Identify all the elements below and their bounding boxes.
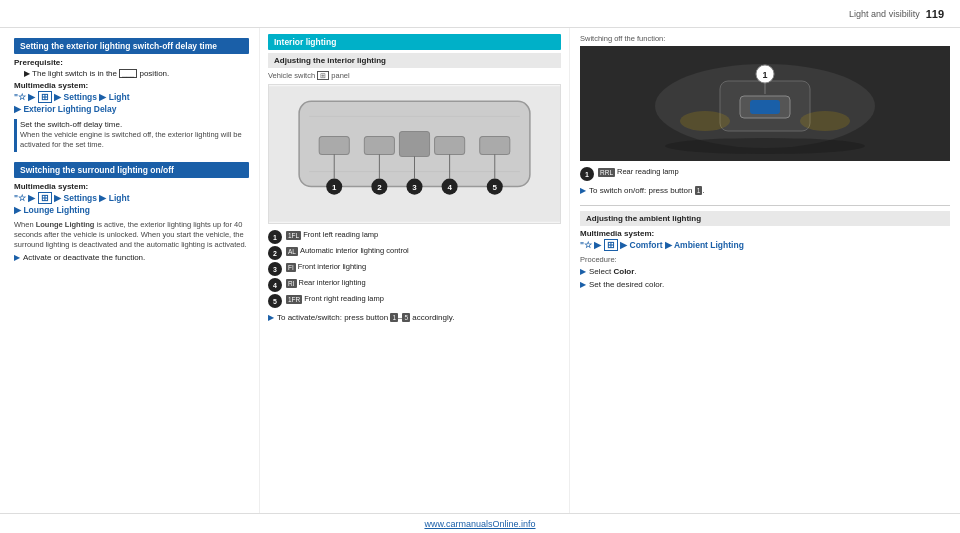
svg-point-34 bbox=[800, 111, 850, 131]
ambient-step-1: ▶ Select Color. bbox=[580, 266, 950, 277]
svg-rect-2 bbox=[319, 136, 349, 154]
arrow-icon: ▶ bbox=[14, 253, 20, 262]
section-exterior-lighting: Setting the exterior lighting switch-off… bbox=[14, 38, 249, 154]
note-text: When the vehicle engine is switched off,… bbox=[20, 130, 249, 150]
step1-text: Set the switch-off delay time. bbox=[20, 119, 249, 130]
prereq-text: ▶ The light switch is in the ⎯⎯⎯ positio… bbox=[14, 69, 249, 78]
svg-rect-4 bbox=[399, 131, 429, 156]
rear-lighting-photo: 1 bbox=[580, 46, 950, 161]
legend-number-5: 5 bbox=[268, 294, 282, 308]
svg-text:3: 3 bbox=[412, 183, 417, 192]
step-instruction: ▶ To activate/switch: press button 1–5 a… bbox=[268, 312, 561, 325]
svg-rect-6 bbox=[480, 136, 510, 154]
ambient-lighting-section: Adjusting the ambient lighting Multimedi… bbox=[580, 211, 950, 292]
multimedia-instruction2: "☆ ▶ ⊞ ▶ Settings ▶ Light▶ Lounge Lighti… bbox=[14, 193, 249, 217]
ambient-step-1-text: Select Color. bbox=[589, 266, 637, 277]
section2-title: Switching the surround lighting on/off bbox=[14, 162, 249, 178]
main-content: Setting the exterior lighting switch-off… bbox=[0, 28, 960, 513]
multimedia-label2: Multimedia system: bbox=[14, 182, 249, 191]
ambient-step-2-text: Set the desired color. bbox=[589, 279, 664, 290]
legend-text-3: FI Front interior lighting bbox=[286, 262, 366, 273]
header: Light and visibility 119 bbox=[0, 0, 960, 28]
right-arrow-icon: ▶ bbox=[580, 186, 586, 195]
legend-text-2: AL Automatic interior lighting control bbox=[286, 246, 409, 257]
legend-item-5: 5 1FR Front right reading lamp bbox=[268, 294, 561, 308]
prereq-label: Prerequisite: bbox=[14, 58, 249, 67]
sub-title: Adjusting the interior lighting bbox=[268, 53, 561, 68]
ambient-instruction: "☆ ▶ ⊞ ▶ Comfort ▶ Ambient Lighting bbox=[580, 240, 950, 252]
section2-step-text: Activate or deactivate the function. bbox=[23, 252, 145, 263]
svg-rect-28 bbox=[750, 100, 780, 114]
section-surround-lighting: Switching the surround lighting on/off M… bbox=[14, 162, 249, 265]
legend-item-3: 3 FI Front interior lighting bbox=[268, 262, 561, 276]
svg-text:5: 5 bbox=[493, 183, 498, 192]
right-legend-text: RRL Rear reading lamp bbox=[598, 167, 679, 178]
legend-number-3: 3 bbox=[268, 262, 282, 276]
legend-text-1: 1FL Front left reading lamp bbox=[286, 230, 378, 241]
ambient-steps-label: Procedure: bbox=[580, 255, 950, 264]
multimedia-text: Vehicle switch ⊞ panel bbox=[268, 71, 561, 80]
footer: www.carmanualsOnline.info bbox=[0, 513, 960, 533]
multimedia-label1: Multimedia system: bbox=[14, 81, 249, 90]
middle-step: ▶ To activate/switch: press button 1–5 a… bbox=[268, 312, 561, 323]
right-legend-item: 1 RRL Rear reading lamp bbox=[580, 167, 950, 181]
right-prereq-label: Switching off the function: bbox=[580, 34, 950, 43]
section2-step: ▶ Activate or deactivate the function. bbox=[14, 252, 249, 263]
legend-number-1: 1 bbox=[268, 230, 282, 244]
main-title: Interior lighting bbox=[268, 34, 561, 50]
svg-text:1: 1 bbox=[762, 70, 767, 80]
footer-url[interactable]: www.carmanualsOnline.info bbox=[424, 519, 535, 529]
svg-rect-3 bbox=[364, 136, 394, 154]
svg-text:1: 1 bbox=[332, 183, 337, 192]
legend-text-5: 1FR Front right reading lamp bbox=[286, 294, 384, 305]
svg-point-33 bbox=[680, 111, 730, 131]
ambient-title: Adjusting the ambient lighting bbox=[580, 211, 950, 226]
interior-lighting-diagram: 1 2 3 4 5 bbox=[268, 84, 561, 224]
right-column: Switching off the function: 1 bbox=[570, 28, 960, 513]
left-column: Setting the exterior lighting switch-off… bbox=[0, 28, 260, 513]
right-step: ▶ To switch on/off: press button 1. bbox=[580, 185, 950, 196]
right-step-text: To switch on/off: press button 1. bbox=[589, 185, 705, 196]
legend-number-4: 4 bbox=[268, 278, 282, 292]
right-legend-circle: 1 bbox=[580, 167, 594, 181]
page-number: 119 bbox=[926, 8, 944, 20]
section-title: Light and visibility bbox=[849, 9, 920, 19]
svg-rect-5 bbox=[435, 136, 465, 154]
ambient-arrow-1: ▶ bbox=[580, 267, 586, 276]
ambient-arrow-2: ▶ bbox=[580, 280, 586, 289]
svg-point-32 bbox=[665, 138, 865, 154]
legend-item-2: 2 AL Automatic interior lighting control bbox=[268, 246, 561, 260]
middle-step-text: To activate/switch: press button 1–5 acc… bbox=[277, 312, 454, 323]
middle-column: Interior lighting Adjusting the interior… bbox=[260, 28, 570, 513]
section1-title: Setting the exterior lighting switch-off… bbox=[14, 38, 249, 54]
svg-text:2: 2 bbox=[377, 183, 382, 192]
ambient-step-2: ▶ Set the desired color. bbox=[580, 279, 950, 290]
ambient-multimedia-label: Multimedia system: bbox=[580, 229, 950, 238]
svg-text:4: 4 bbox=[447, 183, 452, 192]
step-item-1: Set the switch-off delay time. When the … bbox=[14, 119, 249, 152]
section2-description: When Lounge Lighting is active, the exte… bbox=[14, 220, 249, 250]
divider bbox=[580, 205, 950, 206]
arrow-icon-2: ▶ bbox=[268, 313, 274, 322]
legend-list: 1 1FL Front left reading lamp 2 AL Autom… bbox=[268, 230, 561, 308]
legend-text-4: RI Rear interior lighting bbox=[286, 278, 366, 289]
legend-item-4: 4 RI Rear interior lighting bbox=[268, 278, 561, 292]
legend-item-1: 1 1FL Front left reading lamp bbox=[268, 230, 561, 244]
multimedia-instruction1: "☆ ▶ ⊞ ▶ Settings ▶ Light▶ Exterior Ligh… bbox=[14, 92, 249, 116]
legend-number-2: 2 bbox=[268, 246, 282, 260]
